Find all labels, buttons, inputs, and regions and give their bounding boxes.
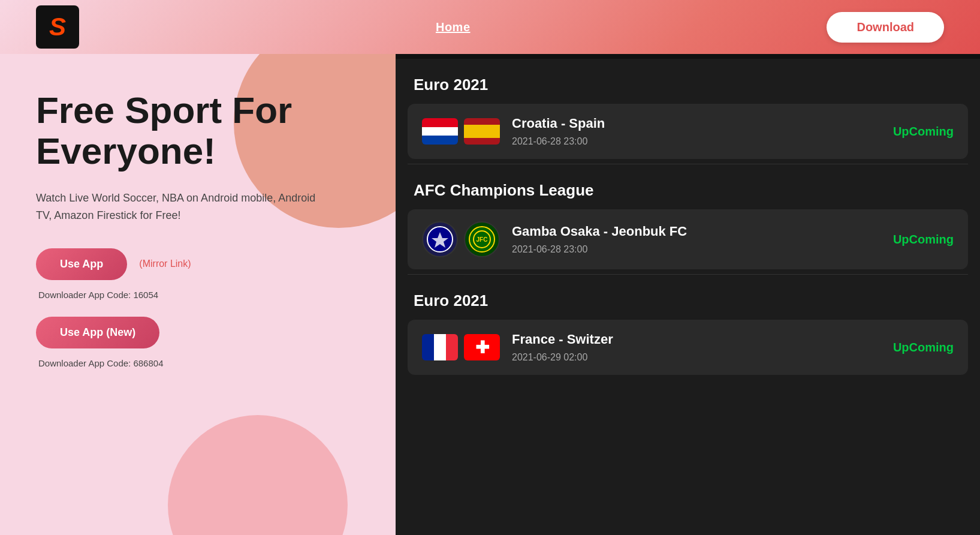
matches-list: Euro 2021 Croatia - Spain 2021-06-28 23:… — [396, 59, 980, 535]
phone-top-bar — [396, 54, 980, 59]
left-panel: Free Sport For Everyone! Watch Live Worl… — [0, 54, 396, 535]
use-app-new-button[interactable]: Use App (New) — [36, 317, 159, 348]
use-app-button[interactable]: Use App — [36, 248, 127, 280]
nav-home-link[interactable]: Home — [436, 20, 471, 34]
flag-croatia — [422, 118, 458, 145]
match-flags-1 — [422, 118, 500, 145]
league-title-3: Euro 2021 — [408, 275, 968, 320]
left-content: Free Sport For Everyone! Watch Live Worl… — [0, 54, 396, 392]
match-time-2: 2021-06-28 23:00 — [512, 244, 881, 255]
league-section-2: AFC Champions League — [396, 164, 980, 269]
match-flags-3: ✚ — [422, 334, 500, 360]
hero-subtitle: Watch Live World Soccer, NBA on Android … — [36, 190, 324, 224]
downloader-code-2: Downloader App Code: 686804 — [38, 358, 366, 368]
right-panel: Euro 2021 Croatia - Spain 2021-06-28 23:… — [396, 54, 980, 535]
header: S Home Download — [0, 0, 980, 54]
match-card-3[interactable]: ✚ France - Switzer 2021-06-29 02:00 UpCo… — [408, 320, 968, 375]
league-section-1: Euro 2021 Croatia - Spain 2021-06-28 23:… — [396, 59, 980, 159]
match-info-1: Croatia - Spain 2021-06-28 23:00 — [512, 116, 881, 147]
use-app-row: Use App (Mirror Link) — [36, 248, 366, 280]
match-time-3: 2021-06-29 02:00 — [512, 352, 881, 363]
upcoming-badge-1: UpComing — [893, 125, 954, 139]
league-section-3: Euro 2021 ✚ France - Switzer 2021-06-29 … — [396, 275, 980, 375]
match-flags-2: JFC — [422, 221, 500, 257]
gamba-crest — [427, 226, 453, 253]
upcoming-badge-2: UpComing — [893, 233, 954, 247]
match-info-3: France - Switzer 2021-06-29 02:00 — [512, 332, 881, 363]
switzerland-cross: ✚ — [475, 338, 489, 357]
nav: Home — [436, 20, 471, 34]
match-time-1: 2021-06-28 23:00 — [512, 136, 881, 147]
match-name-1: Croatia - Spain — [512, 116, 881, 131]
mirror-link[interactable]: (Mirror Link) — [139, 259, 191, 269]
league-title-2: AFC Champions League — [408, 164, 968, 209]
download-button[interactable]: Download — [827, 12, 944, 43]
match-info-2: Gamba Osaka - Jeonbuk FC 2021-06-28 23:0… — [512, 224, 881, 255]
match-name-3: France - Switzer — [512, 332, 881, 347]
logo-text: S — [49, 13, 66, 41]
svg-text:JFC: JFC — [477, 236, 488, 243]
flag-spain — [464, 118, 500, 145]
match-card-1[interactable]: Croatia - Spain 2021-06-28 23:00 UpComin… — [408, 104, 968, 159]
league-title-1: Euro 2021 — [408, 59, 968, 104]
club-logo-gamba — [422, 221, 458, 257]
upcoming-badge-3: UpComing — [893, 341, 954, 354]
club-logo-jeonbuk: JFC — [464, 221, 500, 257]
flag-france — [422, 334, 458, 360]
match-card-2[interactable]: JFC Gamba Osaka - Jeonbuk FC 2021-06-28 … — [408, 209, 968, 269]
jeonbuk-crest: JFC — [469, 226, 495, 253]
hero-title: Free Sport For Everyone! — [36, 90, 366, 172]
main-layout: Free Sport For Everyone! Watch Live Worl… — [0, 54, 980, 535]
match-name-2: Gamba Osaka - Jeonbuk FC — [512, 224, 881, 239]
downloader-code-1: Downloader App Code: 16054 — [38, 290, 366, 300]
logo: S — [36, 5, 79, 49]
flag-switzerland: ✚ — [464, 334, 500, 360]
phone-frame: Euro 2021 Croatia - Spain 2021-06-28 23:… — [396, 54, 980, 535]
deco-circle-bottom — [168, 415, 348, 535]
